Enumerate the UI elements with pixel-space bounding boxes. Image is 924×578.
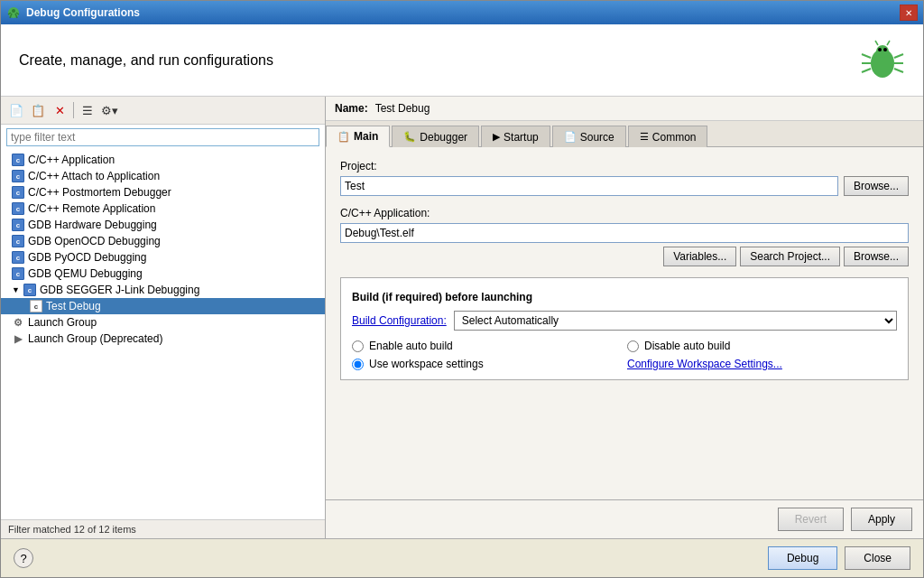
debugger-tab-icon: 🐛	[403, 131, 416, 143]
duplicate-config-button[interactable]: 📋	[28, 100, 48, 120]
app-extra-buttons: Variables... Search Project... Browse...	[340, 247, 909, 266]
enable-auto-build-label: Enable auto build	[369, 340, 453, 352]
config-tree: c C/C++ Application c C/C++ Attach to Ap…	[1, 150, 325, 519]
window-close-button[interactable]: ✕	[900, 5, 918, 21]
build-config-select[interactable]: Select Automatically Debug Release	[454, 311, 897, 331]
revert-button[interactable]: Revert	[778, 508, 844, 531]
name-value: Test Debug	[375, 102, 430, 115]
tree-item-label: GDB SEGGER J-Link Debugging	[40, 284, 199, 296]
window-title: Debug Configurations	[26, 6, 140, 19]
tabs-bar: 📋 Main 🐛 Debugger ▶ Startup 📄 Source ☰	[326, 121, 923, 147]
tree-item-gdb-hardware[interactable]: c GDB Hardware Debugging	[1, 217, 325, 233]
source-tab-icon: 📄	[564, 131, 577, 143]
close-button[interactable]: Close	[845, 546, 910, 570]
tree-item-label: GDB QEMU Debugging	[28, 267, 143, 280]
launch-group-icon: ⚙	[12, 316, 24, 329]
startup-tab-icon: ▶	[493, 131, 500, 143]
tab-content-main: Project: Browse... C/C++ Application: Va…	[326, 147, 923, 499]
cpp-remote-icon: c	[12, 202, 24, 215]
debug-button[interactable]: Debug	[768, 546, 837, 570]
configure-button[interactable]: ⚙▾	[99, 100, 119, 120]
left-panel: 📄 📋 ✕ ☰ ⚙▾ c C/C++ Application c C/C++ A…	[1, 97, 326, 538]
use-workspace-item: Use workspace settings	[352, 358, 622, 370]
build-config-link[interactable]: Build Configuration:	[352, 314, 447, 327]
tree-item-label: C/C++ Postmortem Debugger	[28, 186, 171, 199]
title-bar-left: Debug Configurations	[6, 5, 140, 20]
tab-main[interactable]: 📋 Main	[326, 126, 390, 147]
tree-item-label: GDB PyOCD Debugging	[28, 251, 146, 264]
svg-point-1	[12, 9, 15, 13]
gdb-hardware-icon: c	[12, 219, 24, 231]
main-tab-icon: 📋	[337, 131, 350, 143]
tree-item-gdb-openocd[interactable]: c GDB OpenOCD Debugging	[1, 233, 325, 249]
tree-item-launch-group[interactable]: ⚙ Launch Group	[1, 314, 325, 331]
tree-item-label: Launch Group (Deprecated)	[28, 332, 162, 345]
tree-item-label: GDB OpenOCD Debugging	[28, 235, 161, 247]
svg-line-12	[862, 69, 871, 72]
configure-workspace-link[interactable]: Configure Workspace Settings...	[627, 358, 782, 370]
configure-workspace-item: Configure Workspace Settings...	[627, 358, 897, 370]
use-workspace-label: Use workspace settings	[369, 358, 484, 370]
tree-item-cpp-attach[interactable]: c C/C++ Attach to Application	[1, 168, 325, 184]
help-button[interactable]: ?	[14, 548, 33, 568]
filter-button[interactable]: ☰	[78, 100, 97, 120]
apply-button[interactable]: Apply	[851, 508, 912, 531]
bug-icon	[860, 38, 905, 83]
gdb-openocd-icon: c	[12, 235, 24, 247]
tree-item-gdb-segger[interactable]: ▼ c GDB SEGGER J-Link Debugging	[1, 282, 325, 298]
tab-common-label: Common	[652, 131, 697, 144]
tab-debugger-label: Debugger	[420, 131, 467, 144]
project-input[interactable]	[340, 176, 838, 196]
search-project-button[interactable]: Search Project...	[740, 247, 840, 266]
project-field-row: Browse...	[340, 176, 909, 196]
right-panel: Name: Test Debug 📋 Main 🐛 Debugger ▶ Sta…	[326, 97, 923, 538]
gdb-pyocd-icon: c	[12, 251, 24, 264]
cpp-app-icon: c	[12, 154, 24, 166]
tree-item-launch-group-deprecated[interactable]: ▶ Launch Group (Deprecated)	[1, 331, 325, 347]
app-field-row	[340, 223, 909, 243]
delete-config-button[interactable]: ✕	[50, 100, 69, 120]
svg-point-8	[878, 48, 882, 51]
title-bar-buttons: ✕	[900, 5, 918, 21]
config-bottom-bar: Revert Apply	[326, 499, 923, 538]
new-config-button[interactable]: 📄	[6, 100, 26, 120]
name-row: Name: Test Debug	[326, 97, 923, 121]
build-section-title: Build (if required) before launching	[352, 291, 897, 303]
project-label: Project:	[340, 160, 909, 172]
app-browse-button[interactable]: Browse...	[844, 247, 909, 266]
main-content: 📄 📋 ✕ ☰ ⚙▾ c C/C++ Application c C/C++ A…	[1, 97, 923, 538]
radio-group: Enable auto build Disable auto build Use…	[352, 340, 897, 370]
toolbar-separator	[73, 102, 74, 118]
tree-item-gdb-pyocd[interactable]: c GDB PyOCD Debugging	[1, 249, 325, 266]
tab-source-label: Source	[580, 131, 614, 144]
svg-line-13	[894, 54, 903, 58]
enable-auto-build-radio[interactable]	[352, 340, 364, 352]
cpp-attach-icon: c	[12, 170, 24, 182]
svg-line-16	[875, 41, 878, 45]
project-browse-button[interactable]: Browse...	[844, 176, 909, 196]
build-section: Build (if required) before launching Bui…	[340, 277, 909, 380]
tree-item-cpp-postmortem[interactable]: c C/C++ Postmortem Debugger	[1, 184, 325, 200]
tree-item-cpp-remote[interactable]: c C/C++ Remote Application	[1, 200, 325, 217]
tab-startup[interactable]: ▶ Startup	[481, 126, 550, 147]
tab-common[interactable]: ☰ Common	[628, 126, 708, 147]
header-area: Create, manage, and run configurations	[1, 24, 923, 97]
tree-item-test-debug[interactable]: c Test Debug	[1, 298, 325, 314]
test-debug-icon: c	[30, 300, 42, 312]
filter-input[interactable]	[6, 128, 319, 146]
footer-buttons: Debug Close	[768, 546, 910, 570]
svg-line-10	[862, 54, 871, 58]
variables-button[interactable]: Variables...	[663, 247, 736, 266]
tree-item-label: C/C++ Attach to Application	[28, 170, 160, 182]
use-workspace-radio[interactable]	[352, 359, 364, 370]
disable-auto-build-radio[interactable]	[627, 340, 639, 352]
tree-item-label: C/C++ Remote Application	[28, 202, 155, 215]
tab-source[interactable]: 📄 Source	[552, 126, 626, 147]
tab-debugger[interactable]: 🐛 Debugger	[392, 126, 479, 147]
tree-item-gdb-qemu[interactable]: c GDB QEMU Debugging	[1, 266, 325, 282]
tree-item-cpp-app[interactable]: c C/C++ Application	[1, 152, 325, 168]
title-bar: Debug Configurations ✕	[1, 1, 923, 24]
gdb-segger-icon: c	[23, 284, 36, 296]
app-input[interactable]	[340, 223, 909, 243]
launch-group-dep-icon: ▶	[12, 332, 24, 345]
